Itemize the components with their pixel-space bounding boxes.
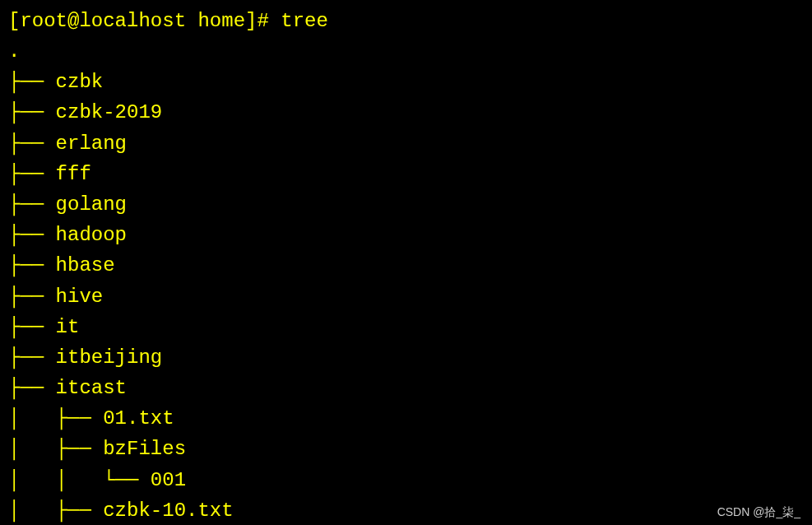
prompt-line[interactable]: [root@localhost home]# tree bbox=[8, 7, 804, 36]
tree-row: │ │ └── 001 bbox=[8, 465, 804, 495]
tree-row: ├── hadoop bbox=[8, 220, 804, 250]
tree-row: │ ├── czbk-10.txt bbox=[8, 495, 804, 525]
watermark-text: CSDN @拾_柒_ bbox=[717, 505, 800, 520]
tree-row: ├── fff bbox=[8, 159, 804, 189]
tree-row: ├── it bbox=[8, 312, 804, 342]
tree-row: ├── czbk-2019 bbox=[8, 97, 804, 128]
tree-row: ├── czbk bbox=[8, 67, 804, 97]
tree-row: │ ├── 01.txt bbox=[8, 403, 804, 434]
tree-row: ├── itbeijing bbox=[8, 342, 804, 373]
tree-row: ├── golang bbox=[8, 189, 804, 220]
tree-root-dot: . bbox=[8, 36, 804, 67]
tree-row: │ ├── bzFiles bbox=[8, 434, 804, 464]
prompt-text: [root@localhost home]# tree bbox=[8, 10, 328, 32]
tree-row: ├── hbase bbox=[8, 250, 804, 281]
tree-row: ├── erlang bbox=[8, 128, 804, 159]
tree-row: ├── itcast bbox=[8, 373, 804, 403]
tree-row: ├── hive bbox=[8, 281, 804, 312]
